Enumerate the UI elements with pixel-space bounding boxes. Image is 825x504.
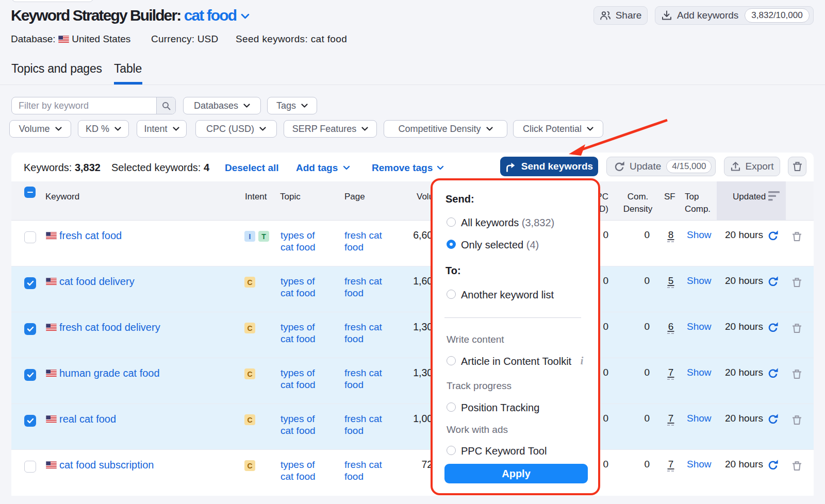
svg-text:i: i <box>581 356 584 366</box>
